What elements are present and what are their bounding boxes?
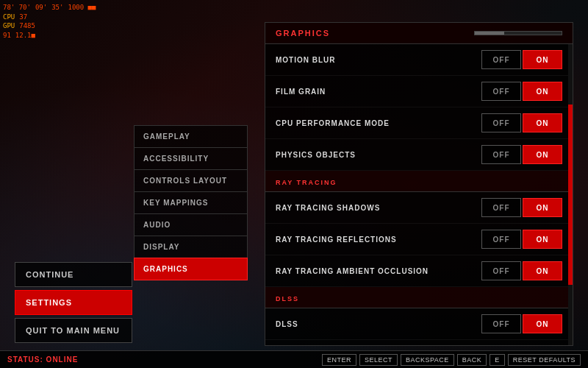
cpu-perf-on-btn[interactable]: ON: [523, 113, 562, 132]
hud-cpu-val: 37: [19, 13, 27, 22]
panel-header: GRAPHICS: [265, 23, 573, 44]
settings-button[interactable]: SETTINGS: [15, 290, 132, 315]
rt-reflections-on-btn[interactable]: ON: [523, 230, 562, 249]
hud-extra1: 09': [35, 3, 47, 13]
rt-ao-label: RAY TRACING AMBIENT OCCLUSION: [276, 267, 429, 275]
physics-off-btn[interactable]: OFF: [481, 145, 521, 164]
physics-on-btn[interactable]: ON: [523, 145, 562, 164]
hud-fps: 78' 70': [3, 3, 31, 13]
hud-display: 78' 70' 09' 35' 1000 ■■ CPU 37 GPU 7485 …: [3, 3, 96, 40]
hud-gpu-label: GPU: [3, 21, 15, 31]
film-grain-label: FILM GRAIN: [276, 88, 326, 96]
hud-cpu-label: CPU: [3, 13, 15, 22]
rt-ao-toggle: OFF ON: [481, 261, 562, 280]
hud-extra2: 35': [51, 3, 63, 13]
sidebar-item-audio[interactable]: AUDIO: [134, 213, 248, 236]
rt-ao-on-btn[interactable]: ON: [523, 261, 562, 280]
panel-content[interactable]: MOTION BLUR OFF ON FILM GRAIN OFF ON CPU…: [265, 44, 573, 345]
sidebar-item-graphics[interactable]: GRAPHICS: [134, 258, 248, 280]
hud-extra3: 1000 ■■: [68, 3, 96, 13]
physics-row: PHYSICS OBJECTS OFF ON: [265, 139, 573, 171]
settings-panel: GRAPHICS MOTION BLUR OFF ON FILM GRAIN O…: [265, 22, 573, 346]
dlss-label: DLSS: [276, 320, 298, 328]
back-button[interactable]: BACK: [457, 354, 487, 366]
e-button[interactable]: E: [490, 354, 505, 366]
continue-button[interactable]: CONTINUE: [15, 262, 132, 287]
film-grain-toggle: OFF ON: [481, 82, 562, 101]
ray-tracing-section-header: RAY TRACING: [265, 171, 573, 192]
reset-defaults-button[interactable]: RESET DEFAULTS: [508, 354, 581, 366]
film-grain-row: FILM GRAIN OFF ON: [265, 76, 573, 107]
cpu-perf-label: CPU PERFORMANCE MODE: [276, 119, 390, 127]
cpu-perf-row: CPU PERFORMANCE MODE OFF ON: [265, 107, 573, 139]
cpu-perf-off-btn[interactable]: OFF: [481, 113, 521, 132]
hud-gpu-val: 7485: [19, 21, 35, 31]
film-grain-off-btn[interactable]: OFF: [481, 82, 521, 101]
film-grain-on-btn[interactable]: ON: [523, 82, 562, 101]
quit-button[interactable]: QUIT TO MAIN MENU: [15, 318, 132, 343]
sidebar-item-gameplay[interactable]: GAMEPLAY: [134, 125, 248, 147]
dlss-off-btn[interactable]: OFF: [481, 314, 521, 333]
scroll-indicator: [474, 31, 562, 35]
physics-toggle: OFF ON: [481, 145, 562, 164]
panel-title: GRAPHICS: [276, 29, 330, 38]
sidebar-item-key-mappings[interactable]: KEY MAPPINGS: [134, 191, 248, 213]
status-bar: STATUS: ONLINE ENTER SELECT BACKSPACE BA…: [0, 350, 588, 368]
enter-button[interactable]: ENTER: [322, 354, 356, 366]
rt-shadows-off-btn[interactable]: OFF: [481, 198, 521, 217]
bottom-buttons: ENTER SELECT BACKSPACE BACK E RESET DEFA…: [322, 354, 581, 366]
scrollbar-thumb: [568, 105, 573, 285]
hud-mem: 91: [3, 31, 11, 40]
dlss-quality-row: DLSS QUALITY ◀ QUALITY ▶: [265, 340, 573, 345]
dlss-toggle-row: DLSS OFF ON: [265, 308, 573, 340]
rt-reflections-off-btn[interactable]: OFF: [481, 230, 521, 249]
status-text: STATUS: ONLINE: [7, 355, 78, 364]
rt-reflections-label: RAY TRACING REFLECTIONS: [276, 236, 397, 244]
rt-ao-row: RAY TRACING AMBIENT OCCLUSION OFF ON: [265, 255, 573, 287]
sidebar-item-controls-layout[interactable]: CONTROLS LAYOUT: [134, 169, 248, 191]
settings-sidebar: GAMEPLAY ACCESSIBILITY CONTROLS LAYOUT K…: [134, 125, 248, 280]
dlss-section-header: DLSS: [265, 287, 573, 308]
rt-reflections-toggle: OFF ON: [481, 230, 562, 249]
scroll-thumb: [475, 32, 504, 35]
hud-mem-sub: 12.1■: [15, 31, 35, 40]
scrollbar-track: [568, 44, 573, 345]
motion-blur-toggle: OFF ON: [481, 50, 562, 69]
select-button[interactable]: SELECT: [359, 354, 398, 366]
rt-shadows-toggle: OFF ON: [481, 198, 562, 217]
dlss-on-btn[interactable]: ON: [523, 314, 562, 333]
rt-reflections-row: RAY TRACING REFLECTIONS OFF ON: [265, 224, 573, 255]
backspace-button[interactable]: BACKSPACE: [401, 354, 454, 366]
rt-shadows-row: RAY TRACING SHADOWS OFF ON: [265, 192, 573, 224]
dlss-title: DLSS: [276, 295, 299, 302]
cpu-perf-toggle: OFF ON: [481, 113, 562, 132]
rt-ao-off-btn[interactable]: OFF: [481, 261, 521, 280]
ray-tracing-title: RAY TRACING: [276, 179, 337, 186]
rt-shadows-label: RAY TRACING SHADOWS: [276, 204, 380, 212]
sidebar-item-display[interactable]: DISPLAY: [134, 236, 248, 258]
sidebar-item-accessibility[interactable]: ACCESSIBILITY: [134, 147, 248, 169]
motion-blur-row: MOTION BLUR OFF ON: [265, 44, 573, 76]
physics-label: PHYSICS OBJECTS: [276, 151, 356, 159]
motion-blur-label: MOTION BLUR: [276, 56, 336, 64]
rt-shadows-on-btn[interactable]: ON: [523, 198, 562, 217]
dlss-toggle: OFF ON: [481, 314, 562, 333]
motion-blur-on-btn[interactable]: ON: [523, 50, 562, 69]
main-menu: CONTINUE SETTINGS QUIT TO MAIN MENU: [15, 44, 132, 346]
motion-blur-off-btn[interactable]: OFF: [481, 50, 521, 69]
